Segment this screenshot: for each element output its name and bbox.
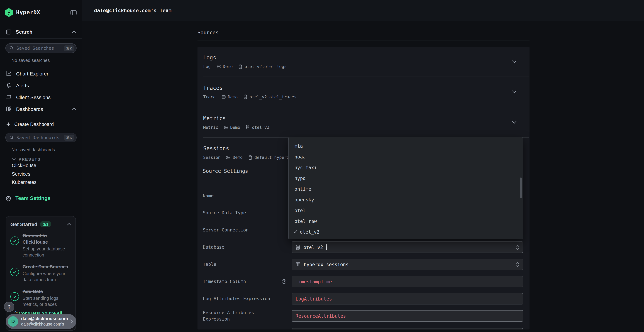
sidebar-item-dashboards[interactable]: Dashboards [0,103,82,115]
dropdown-option-opensky[interactable]: opensky [289,194,523,205]
avatar: D [8,316,18,327]
dropdown-option-ontime[interactable]: ontime [289,184,523,194]
check-circle-icon [10,268,19,276]
user-team: dale@clickhouse.com's [21,322,67,326]
source-data-type-label: Source Data Type [198,210,292,216]
table-label: Table [198,261,292,268]
presets-toggle[interactable]: PRESETS [12,157,82,161]
team-settings-label: Team Settings [16,195,50,201]
search-icon [9,46,14,50]
chevron-down-icon[interactable] [512,120,517,124]
get-started-header[interactable]: Get Started 3/3 [10,221,71,227]
log-attributes-input[interactable]: LogAttributes [292,293,523,304]
saved-dashboards-input[interactable]: Saved Dashboards ⌘K [5,133,76,142]
form-row-database: Database otel_v2 [198,238,530,256]
table-select[interactable]: hyperdx_sessions [292,259,523,270]
app-root: HyperDX Search Saved Se [0,0,644,332]
preset-services[interactable]: Services [0,170,82,178]
user-email: dale@clickhouse.com [21,316,67,321]
database-icon [248,155,252,160]
chevron-down-icon [12,158,16,161]
preset-label: Services [12,171,30,177]
app-title: HyperDX [16,9,40,16]
chevron-up-icon [72,30,76,33]
help-circle-icon[interactable] [282,279,286,284]
shortcut-badge: ⌘K [64,135,74,140]
server-icon [224,125,228,129]
saved-searches-input[interactable]: Saved Searches ⌘K [5,43,76,53]
source-table: otel_v2.otel_logs [244,64,286,69]
table-icon [296,262,300,267]
search-icon [9,135,14,140]
get-started-item-sources[interactable]: Create Data Sources Configure where your… [10,264,71,283]
search-panel-icon [6,29,12,35]
get-started-item-add-data[interactable]: Add Data Start sending logs, metrics, or… [10,288,71,308]
source-type: Trace [203,94,216,99]
source-card-traces[interactable]: Traces Trace Demo otel_v2.otel_traces [198,77,530,107]
sidebar-item-chart-explorer[interactable]: Chart Explorer [0,68,82,80]
help-label: ? [8,304,10,310]
help-button[interactable]: ? [4,302,14,312]
database-icon [238,64,242,69]
source-type: Session [203,155,220,160]
sidebar-nav: Chart Explorer Alerts Client Sessions [0,68,82,115]
preset-clickhouse[interactable]: ClickHouse [0,161,82,170]
sidebar-section-search[interactable]: Search [0,25,82,39]
source-type: Log [203,64,211,69]
dropdown-option-mta[interactable]: mta [289,140,523,151]
get-started-item-title: Create Data Sources [22,264,71,270]
heading-divider [198,40,530,40]
database-icon [244,94,248,99]
collapse-sidebar-icon[interactable] [70,10,77,16]
option-label: otel_v2 [300,229,320,234]
resource-attributes-input[interactable]: ResourceAttributes [292,310,523,322]
database-select[interactable]: otel_v2 [292,242,523,253]
text-cursor [326,244,327,250]
chevron-down-icon[interactable] [512,90,517,94]
get-started-item-subtitle: Configure where your data comes from [22,271,71,283]
database-value: otel_v2 [304,244,323,250]
dropdown-option-otel[interactable]: otel [289,205,523,216]
dropdown-option-otel-v2-selected[interactable]: otel_v2 [289,226,523,237]
database-label: Database [198,244,292,250]
chevron-up-icon [67,223,71,226]
get-started-item-title: Add Data [22,288,71,295]
check-icon [293,230,297,234]
database-icon [296,244,300,250]
source-table: otel_v2.otel_traces [250,94,296,99]
dropdown-option-otel-raw[interactable]: otel_raw [289,216,523,226]
sidebar-item-client-sessions[interactable]: Client Sessions [0,91,82,103]
get-started-item-subtitle: Start sending logs, metrics, or traces [22,296,71,308]
team-settings-link[interactable]: Team Settings [0,195,82,201]
form-row-log-attributes: Log Attributes Expression LogAttributes [198,290,530,307]
source-meta: Trace Demo otel_v2.otel_traces [203,94,524,99]
dropdown-option-nyc-taxi[interactable]: nyc_taxi [289,162,523,173]
sidebar-item-alerts[interactable]: Alerts [0,80,82,91]
preset-kubernetes[interactable]: Kubernetes [0,178,82,186]
source-connection: Demo [230,125,240,130]
timestamp-column-input[interactable]: TimestampTime [292,276,523,287]
dropdown-scrollbar[interactable] [520,178,522,198]
check-circle-icon [10,236,19,245]
source-card-metrics[interactable]: Metrics Metric Demo otel_v2 [198,107,530,138]
dropdown-option-noaa[interactable]: noaa [289,151,523,162]
create-dashboard-button[interactable]: Create Dashboard [0,117,82,132]
select-chevrons-icon [516,262,519,267]
get-started-item-title: Connect to ClickHouse [22,232,71,246]
chevron-down-icon[interactable] [512,60,517,63]
option-label: ontime [294,186,311,192]
laptop-icon [6,94,12,100]
sidebar: HyperDX Search Saved Se [0,0,82,332]
dropdown-option-nypd[interactable]: nypd [289,173,523,184]
get-started-item-connect[interactable]: Connect to ClickHouse Set up your databa… [10,232,71,258]
source-card-logs[interactable]: Logs Log Demo otel_v2.otel_logs [198,47,530,76]
no-saved-searches-text: No saved searches [12,58,82,63]
option-label: opensky [294,197,314,202]
source-title: Traces [203,84,524,91]
option-label: nypd [294,176,306,181]
chart-explorer-icon [6,70,12,76]
shortcut-badge: ⌘K [64,45,74,51]
no-saved-dashboards-text: No saved dashboards [12,147,82,153]
get-started-progress-badge: 3/3 [40,221,51,227]
user-menu[interactable]: D dale@clickhouse.com dale@clickhouse.co… [6,314,76,329]
